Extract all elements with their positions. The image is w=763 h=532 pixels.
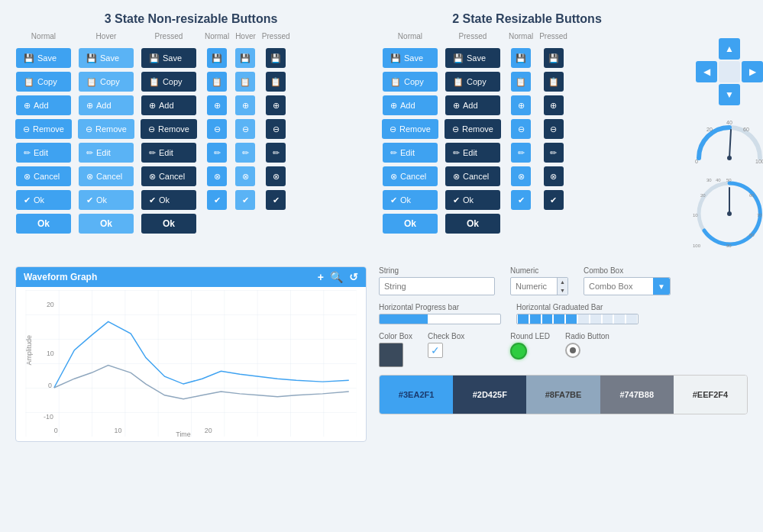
ts-ok-large-pressed-btn[interactable]: Ok <box>445 214 500 234</box>
save-icon-hover-btn[interactable]: 💾 <box>235 48 255 68</box>
ts-ok-large-normal-btn[interactable]: Ok <box>383 214 438 234</box>
add-icon-pressed-btn[interactable]: ⊕ <box>266 95 286 115</box>
ts-add-icon-pressed-btn[interactable]: ⊕ <box>544 95 564 115</box>
add-hover-btn[interactable]: ⊕ Add <box>79 95 134 115</box>
nav-up-btn[interactable]: ▲ <box>719 38 740 60</box>
ts-edit-icon-normal-btn[interactable]: ✏ <box>511 143 531 163</box>
copy-hover-btn[interactable]: 📋 Copy <box>79 72 134 92</box>
edit-hover-btn[interactable]: ✏ Edit <box>79 143 134 163</box>
palette-swatch-2[interactable]: #2D425F <box>453 376 526 414</box>
waveform-add-icon[interactable]: + <box>318 271 324 283</box>
numeric-up-btn[interactable]: ▲ <box>558 278 567 286</box>
remove-icon-pressed-btn[interactable]: ⊖ <box>266 119 286 139</box>
copy-normal-btn[interactable]: 📋 Copy <box>16 72 71 92</box>
save-pressed-btn[interactable]: 💾 Save <box>141 48 196 68</box>
radio-button[interactable] <box>565 343 580 358</box>
add-icon-normal-btn[interactable]: ⊕ <box>207 95 227 115</box>
checkbox[interactable]: ✓ <box>428 343 443 358</box>
ts-save-pressed-btn[interactable]: 💾 Save <box>445 48 500 68</box>
ts-cancel-icon-normal-btn[interactable]: ⊗ <box>511 166 531 186</box>
cancel-pressed-btn[interactable]: ⊗ Cancel <box>141 166 196 186</box>
numeric-down-btn[interactable]: ▼ <box>558 286 567 295</box>
ok-hover-btn[interactable]: ✔ Ok <box>79 190 134 210</box>
ts-copy-normal-btn[interactable]: 📋 Copy <box>383 72 438 92</box>
copy-icon-normal-btn[interactable]: 📋 <box>207 72 227 92</box>
combo-control: Combo Box ▼ <box>584 266 671 295</box>
ts-cancel-icon-pressed-btn[interactable]: ⊗ <box>544 166 564 186</box>
combo-input[interactable] <box>584 278 653 295</box>
ok-large-normal-btn[interactable]: Ok <box>16 214 71 234</box>
remove-icon-normal-btn[interactable]: ⊖ <box>207 119 227 139</box>
waveform-zoom-icon[interactable]: 🔍 <box>330 271 343 283</box>
cancel-icon-hover-btn[interactable]: ⊗ <box>235 166 255 186</box>
ts-cancel-pressed-btn[interactable]: ⊗ Cancel <box>445 166 500 186</box>
save-icon-pressed-btn[interactable]: 💾 <box>266 48 286 68</box>
edit-normal-btn[interactable]: ✏ Edit <box>16 143 71 163</box>
ts-edit-icon-pressed-btn[interactable]: ✏ <box>544 143 564 163</box>
copy-icon-hover-btn[interactable]: 📋 <box>235 72 255 92</box>
cancel-hover-btn[interactable]: ⊗ Cancel <box>79 166 134 186</box>
ts-copy-pressed-btn[interactable]: 📋 Copy <box>445 72 500 92</box>
ts-edit-pressed-btn[interactable]: ✏ Edit <box>445 143 500 163</box>
ts-ok-pressed-btn[interactable]: ✔ Ok <box>445 190 500 210</box>
ts-remove-normal-btn[interactable]: ⊖ Remove <box>382 119 438 139</box>
remove-icon-hover-btn[interactable]: ⊖ <box>235 119 255 139</box>
ok-normal-btn[interactable]: ✔ Ok <box>16 190 71 210</box>
ts-add-icon-normal-btn[interactable]: ⊕ <box>511 95 531 115</box>
ok-icon-normal-btn[interactable]: ✔ <box>207 190 227 210</box>
save-normal-btn[interactable]: 💾 Save <box>16 48 71 68</box>
ts-edit-normal-btn[interactable]: ✏ Edit <box>383 143 438 163</box>
ok-large-pressed-btn[interactable]: Ok <box>141 214 196 234</box>
palette-swatch-1[interactable]: #3EA2F1 <box>380 376 453 414</box>
ts-save-normal-btn[interactable]: 💾 Save <box>383 48 438 68</box>
remove-hover-btn[interactable]: ⊖ Remove <box>78 119 134 139</box>
waveform-reset-icon[interactable]: ↺ <box>349 271 358 283</box>
add-icon-hover-btn[interactable]: ⊕ <box>235 95 255 115</box>
numeric-control: Numeric ▲ ▼ <box>510 266 568 295</box>
ts-save-icon-pressed-btn[interactable]: 💾 <box>544 48 564 68</box>
ts-save-icon-normal-btn[interactable]: 💾 <box>511 48 531 68</box>
ts-ok-normal-btn[interactable]: ✔ Ok <box>383 190 438 210</box>
copy-pressed-btn[interactable]: 📋 Copy <box>141 72 196 92</box>
remove-pressed-btn[interactable]: ⊖ Remove <box>141 119 197 139</box>
save-hover-btn[interactable]: 💾 Save <box>79 48 134 68</box>
add-pressed-btn[interactable]: ⊕ Add <box>141 95 196 115</box>
cancel-icon-normal-btn[interactable]: ⊗ <box>207 166 227 186</box>
ok-pressed-btn[interactable]: ✔ Ok <box>141 190 196 210</box>
add-normal-btn[interactable]: ⊕ Add <box>16 95 71 115</box>
progress-bar[interactable] <box>379 314 501 324</box>
edit-pressed-btn[interactable]: ✏ Edit <box>141 143 196 163</box>
ok-icon-pressed-btn[interactable]: ✔ <box>266 190 286 210</box>
save-icon-normal-btn[interactable]: 💾 <box>207 48 227 68</box>
ok-icon-hover-btn[interactable]: ✔ <box>235 190 255 210</box>
graduated-bar[interactable] <box>516 314 639 324</box>
combo-dropdown-btn[interactable]: ▼ <box>653 278 670 295</box>
ts-add-pressed-btn[interactable]: ⊕ Add <box>445 95 500 115</box>
remove-normal-btn[interactable]: ⊖ Remove <box>15 119 72 139</box>
copy-icon-pressed-btn[interactable]: 📋 <box>266 72 286 92</box>
ts-copy-icon-pressed-btn[interactable]: 📋 <box>544 72 564 92</box>
ts-ok-icon-normal-btn[interactable]: ✔ <box>511 190 531 210</box>
ts-remove-icon-pressed-btn[interactable]: ⊖ <box>544 119 564 139</box>
numeric-input[interactable] <box>511 278 557 295</box>
edit-icon-hover-btn[interactable]: ✏ <box>235 143 255 163</box>
nav-left-btn[interactable]: ◀ <box>696 61 717 82</box>
ts-remove-icon-normal-btn[interactable]: ⊖ <box>511 119 531 139</box>
edit-icon-normal-btn[interactable]: ✏ <box>207 143 227 163</box>
ts-add-normal-btn[interactable]: ⊕ Add <box>383 95 438 115</box>
ts-ok-icon-pressed-btn[interactable]: ✔ <box>544 190 564 210</box>
palette-swatch-3[interactable]: #8FA7BE <box>526 376 600 414</box>
ts-copy-icon-normal-btn[interactable]: 📋 <box>511 72 531 92</box>
palette-swatch-4[interactable]: #747B88 <box>600 376 674 414</box>
palette-swatch-5[interactable]: #EEF2F4 <box>674 376 747 414</box>
ts-cancel-normal-btn[interactable]: ⊗ Cancel <box>383 166 438 186</box>
color-box-swatch[interactable] <box>379 343 403 367</box>
nav-down-btn[interactable]: ▼ <box>719 84 740 105</box>
cancel-icon-pressed-btn[interactable]: ⊗ <box>266 166 286 186</box>
ts-remove-pressed-btn[interactable]: ⊖ Remove <box>445 119 501 139</box>
nav-right-btn[interactable]: ▶ <box>742 61 763 82</box>
string-input[interactable] <box>379 277 495 295</box>
edit-icon-pressed-btn[interactable]: ✏ <box>266 143 286 163</box>
cancel-normal-btn[interactable]: ⊗ Cancel <box>16 166 71 186</box>
ok-large-hover-btn[interactable]: Ok <box>79 214 134 234</box>
